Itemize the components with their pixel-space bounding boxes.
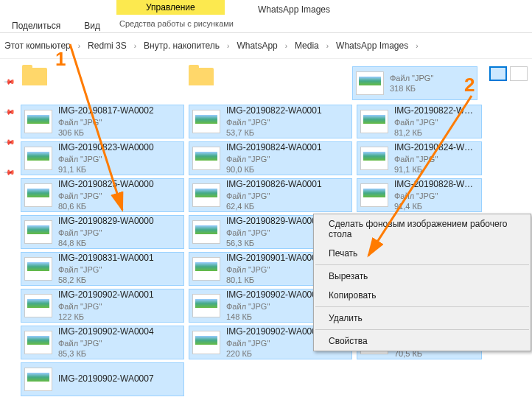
- file-name: IMG-20190823-WA0000: [58, 142, 154, 154]
- file-type: Файл "JPG": [58, 338, 154, 348]
- file-size: 80,6 КБ: [58, 201, 154, 211]
- ribbon-tab-share[interactable]: Поделиться: [0, 18, 72, 34]
- file-item[interactable]: IMG-20190828-WA0000Файл "JPG"91,4 КБ: [357, 178, 482, 212]
- image-thumb-icon: [192, 294, 220, 317]
- window-title: WhatsApp Images: [258, 4, 330, 15]
- file-type: Файл "JPG": [394, 191, 478, 201]
- ctx-properties[interactable]: Свойства: [314, 331, 531, 351]
- file-name: IMG-20190822-WA0001: [226, 105, 322, 117]
- quick-access-pins: 📌 📌 📌 📌: [0, 66, 19, 398]
- file-size: 80,1 КБ: [226, 275, 322, 285]
- file-name: IMG-20190822-WA0003: [394, 105, 478, 117]
- ribbon: Поделиться Вид Управление Средства работ…: [0, 0, 532, 33]
- pin-icon[interactable]: 📌: [4, 105, 15, 117]
- file-item[interactable]: IMG-20190824-WA0001Файл "JPG"90,0 КБ: [189, 141, 352, 175]
- ctx-copy[interactable]: Копировать: [314, 286, 531, 305]
- file-item[interactable]: IMG-20190817-WA0002Файл "JPG"306 КБ: [21, 105, 184, 138]
- pin-icon[interactable]: 📌: [4, 136, 15, 147]
- file-item[interactable]: IMG-20190822-WA0001Файл "JPG"53,7 КБ: [189, 105, 352, 138]
- file-size: 122 КБ: [58, 312, 154, 322]
- image-thumb-icon: [24, 294, 52, 317]
- chevron-right-icon[interactable]: ›: [411, 42, 422, 50]
- ctx-print[interactable]: Печать: [314, 244, 531, 263]
- file-item[interactable]: IMG-20190823-WA0000Файл "JPG"91,1 КБ: [21, 141, 184, 175]
- image-thumb-icon: [356, 71, 384, 95]
- ctx-separator: [315, 306, 529, 307]
- pin-icon[interactable]: 📌: [4, 166, 15, 178]
- file-size: 220 КБ: [226, 348, 322, 359]
- image-thumb-icon: [192, 110, 220, 133]
- crumb-redmi[interactable]: Redmi 3S: [85, 39, 130, 52]
- file-item[interactable]: IMG-20190829-WA0000Файл "JPG"84,8 КБ: [21, 215, 184, 249]
- file-size: 53,7 КБ: [226, 127, 322, 138]
- file-item[interactable]: IMG-20190826-WA0001Файл "JPG"62,4 КБ: [189, 178, 352, 212]
- chevron-right-icon[interactable]: ›: [130, 42, 141, 50]
- file-type: Файл "JPG": [226, 191, 322, 201]
- file-name: IMG-20190829-WA0002: [226, 216, 322, 228]
- file-item[interactable]: IMG-20190902-WA0004Файл "JPG"85,3 КБ: [21, 326, 184, 359]
- folder-item[interactable]: [19, 66, 181, 87]
- ctx-delete[interactable]: Удалить: [314, 309, 531, 328]
- ribbon-tab-view[interactable]: Вид: [72, 18, 112, 34]
- file-size: 148 КБ: [226, 312, 322, 322]
- image-thumb-icon: [24, 220, 52, 244]
- folder-item[interactable]: [186, 66, 348, 87]
- file-size: 90,0 КБ: [226, 164, 322, 175]
- chevron-right-icon[interactable]: ›: [223, 42, 234, 50]
- file-item[interactable]: IMG-20190831-WA0001Файл "JPG"58,2 КБ: [21, 252, 184, 286]
- file-type: Файл "JPG": [394, 117, 478, 127]
- file-type: Файл "JPG": [390, 73, 433, 83]
- pin-icon[interactable]: 📌: [4, 75, 15, 87]
- image-thumb-icon: [192, 331, 220, 354]
- ribbon-picture-tools[interactable]: Средства работы с рисунками: [116, 18, 237, 29]
- ctx-separator: [315, 329, 529, 330]
- crumb-media[interactable]: Media: [292, 39, 322, 52]
- image-thumb-icon: [192, 257, 220, 281]
- file-type: Файл "JPG": [58, 117, 154, 127]
- file-item[interactable]: IMG-20190822-WA0003Файл "JPG"81,2 КБ: [357, 105, 482, 138]
- file-item[interactable]: Файл "JPG" 318 КБ: [352, 66, 477, 100]
- file-type: Файл "JPG": [58, 264, 154, 275]
- file-size: 91,1 КБ: [394, 164, 478, 175]
- file-size: 56,3 КБ: [226, 238, 322, 248]
- file-name: IMG-20190902-WA0004: [58, 326, 154, 338]
- annotation-2: 2: [464, 74, 475, 96]
- chevron-right-icon[interactable]: ›: [74, 42, 85, 50]
- file-name: IMG-20190831-WA0001: [58, 253, 154, 264]
- file-type: Файл "JPG": [58, 154, 154, 164]
- crumb-images[interactable]: WhatsApp Images: [333, 39, 411, 52]
- file-name: IMG-20190824-WA0003: [394, 142, 478, 154]
- file-type: Файл "JPG": [58, 228, 154, 238]
- folder-icon: [22, 68, 47, 85]
- file-size: 84,8 КБ: [58, 238, 154, 248]
- file-item[interactable]: IMG-20190825-WA0000Файл "JPG"80,6 КБ: [21, 178, 184, 212]
- file-name: IMG-20190901-WA0001: [226, 253, 322, 264]
- breadcrumb[interactable]: Этот компьютер› Redmi 3S› Внутр. накопит…: [0, 33, 532, 59]
- file-type: Файл "JPG": [58, 191, 154, 201]
- file-type: Файл "JPG": [226, 117, 322, 127]
- chevron-right-icon[interactable]: ›: [322, 42, 333, 50]
- file-name: IMG-20190826-WA0001: [226, 179, 322, 191]
- file-item[interactable]: IMG-20190902-WA0007: [21, 362, 184, 396]
- file-size: 91,4 КБ: [394, 201, 478, 211]
- file-item[interactable]: IMG-20190824-WA0003Файл "JPG"91,1 КБ: [357, 141, 482, 175]
- view-mode-buttons: [489, 66, 528, 81]
- image-thumb-icon: [192, 147, 220, 170]
- chevron-right-icon[interactable]: ›: [281, 42, 292, 50]
- crumb-whatsapp[interactable]: WhatsApp: [234, 39, 280, 52]
- file-size: 85,3 КБ: [58, 348, 154, 359]
- image-thumb-icon: [192, 183, 220, 207]
- ctx-cut[interactable]: Вырезать: [314, 267, 531, 286]
- file-name: IMG-20190902-WA0001: [58, 289, 154, 301]
- ribbon-tab-manage[interactable]: Управление: [116, 0, 225, 15]
- file-name: IMG-20190902-WA0007: [58, 373, 154, 385]
- ctx-set-wallpaper[interactable]: Сделать фоновым изображением рабочего ст…: [314, 214, 531, 244]
- file-item[interactable]: IMG-20190902-WA0001Файл "JPG"122 КБ: [21, 289, 184, 323]
- image-thumb-icon: [24, 257, 52, 281]
- file-name: IMG-20190825-WA0000: [58, 179, 154, 191]
- view-list-button[interactable]: [510, 66, 528, 81]
- file-type: Файл "JPG": [394, 154, 478, 164]
- crumb-storage[interactable]: Внутр. накопитель: [141, 39, 223, 52]
- view-details-button[interactable]: [489, 66, 507, 81]
- file-type: Файл "JPG": [226, 228, 322, 238]
